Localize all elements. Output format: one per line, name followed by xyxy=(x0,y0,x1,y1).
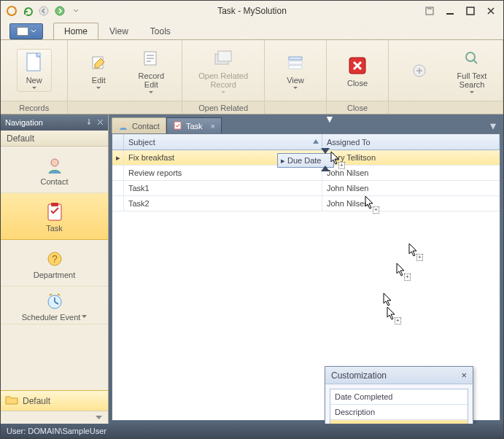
table-row[interactable]: ▸Fix breakfastMary Tellitson xyxy=(112,150,500,166)
document-new-icon xyxy=(23,51,46,74)
group-open-related: Open Related Record xyxy=(182,101,264,114)
svg-rect-11 xyxy=(289,57,302,60)
contact-icon xyxy=(43,154,66,177)
tab-view[interactable]: View xyxy=(98,23,139,39)
ribbon-minimize-icon[interactable] xyxy=(422,4,438,18)
tab-home[interactable]: Home xyxy=(53,23,98,39)
task-grid: Subject Assigned To ▸ Due Date ▸Fix brea… xyxy=(112,133,500,421)
ribbon: New Records Creation Edit Record Edit xyxy=(1,40,503,114)
record-edit-icon xyxy=(139,47,163,70)
svg-rect-5 xyxy=(467,7,474,15)
status-user: User: DOMAIN\SampleUser xyxy=(7,427,106,435)
navigation-header: Navigation xyxy=(1,114,108,131)
circle-plus-icon xyxy=(408,59,431,82)
folder-icon xyxy=(5,395,18,407)
clock-icon xyxy=(43,290,66,313)
cell-assigned[interactable]: John Nilsen xyxy=(322,196,500,211)
new-button[interactable]: New xyxy=(17,49,52,92)
table-row[interactable]: Review reportsJohn Nilsen xyxy=(112,166,500,181)
customization-popup: Customization × Date CompletedDescriptio… xyxy=(325,366,473,424)
edit-button[interactable]: Edit xyxy=(81,51,116,90)
table-row[interactable]: Task2John Nilsen xyxy=(112,196,500,211)
customization-close-button[interactable]: × xyxy=(461,370,467,381)
search-icon xyxy=(460,47,484,70)
svg-point-2 xyxy=(55,7,64,15)
row-indicator: ▸ xyxy=(112,150,124,165)
contact-small-icon xyxy=(118,120,128,132)
doc-tab-contact[interactable]: Contact xyxy=(112,117,166,133)
related-record-icon xyxy=(212,47,235,70)
row-indicator xyxy=(112,166,124,180)
pin-icon[interactable] xyxy=(85,118,93,127)
minimize-button[interactable] xyxy=(442,4,458,18)
svg-rect-13 xyxy=(289,66,302,69)
ribbon-expand-button[interactable] xyxy=(402,59,437,82)
document-tabs: Contact Task × ▼ ▾ xyxy=(112,117,500,133)
tab-tools[interactable]: Tools xyxy=(139,23,182,39)
nav-item-scheduler[interactable]: Scheduler Event xyxy=(1,287,108,325)
nav-item-department[interactable]: ? Department xyxy=(1,240,108,287)
customization-title: Customization xyxy=(331,370,387,381)
group-close: Close xyxy=(327,101,388,114)
task-small-icon xyxy=(173,120,182,131)
drop-indicator-icon: ▼ xyxy=(325,114,335,125)
navigation-panel: Navigation Default Contact Task ? xyxy=(1,114,109,424)
record-edit-button[interactable]: Record Edit xyxy=(133,47,168,94)
nav-item-contact[interactable]: Contact xyxy=(1,147,108,193)
svg-point-17 xyxy=(51,159,58,166)
svg-rect-4 xyxy=(446,13,454,15)
qat-forward-icon[interactable] xyxy=(53,4,66,18)
svg-rect-24 xyxy=(174,122,181,129)
row-indicator xyxy=(112,196,124,211)
qat-back-icon[interactable] xyxy=(37,4,50,18)
cell-assigned[interactable]: Mary Tellitson xyxy=(322,150,500,165)
window-title: Task - MySolution xyxy=(82,6,422,16)
titlebar: Task - MySolution xyxy=(1,1,503,21)
cell-subject[interactable]: Task2 xyxy=(124,196,322,211)
cell-subject[interactable]: Task1 xyxy=(124,181,322,195)
svg-point-1 xyxy=(39,7,48,15)
column-subject[interactable]: Subject xyxy=(124,134,322,149)
tab-close-icon[interactable]: × xyxy=(211,122,215,131)
column-drop-arrows xyxy=(320,147,330,173)
nav-close-icon[interactable] xyxy=(97,118,104,127)
table-row[interactable]: Task1John Nilsen xyxy=(112,181,500,196)
ribbon-tabstrip: Home View Tools xyxy=(1,21,503,40)
row-indicator xyxy=(112,181,124,195)
svg-rect-19 xyxy=(51,203,58,206)
close-record-button[interactable]: Close xyxy=(340,54,375,88)
close-button[interactable] xyxy=(483,4,499,18)
cell-assigned[interactable]: John Nilsen xyxy=(322,166,500,180)
task-icon xyxy=(43,201,66,224)
nav-group-default[interactable]: Default xyxy=(1,131,108,147)
edit-icon xyxy=(87,51,110,74)
department-icon: ? xyxy=(43,247,66,271)
chevron-down-icon xyxy=(82,315,87,319)
close-icon xyxy=(346,54,369,77)
full-text-search-button[interactable]: Full Text Search xyxy=(454,47,489,94)
open-related-record-button: Open Related Record xyxy=(198,47,248,94)
nav-expand-button[interactable] xyxy=(1,411,108,424)
view-icon xyxy=(284,51,307,74)
statusbar: User: DOMAIN\SampleUser xyxy=(1,424,503,438)
qat-settings-icon[interactable] xyxy=(5,4,18,18)
nav-item-task[interactable]: Task xyxy=(1,193,108,240)
cell-subject[interactable]: Review reports xyxy=(124,166,322,180)
customization-item[interactable]: Date Completed xyxy=(330,389,468,405)
group-records-creation: Records Creation xyxy=(1,101,67,114)
tab-overflow-button[interactable]: ▾ xyxy=(486,119,500,133)
qat-dropdown-icon[interactable] xyxy=(69,4,82,18)
qat-refresh-icon[interactable] xyxy=(21,4,34,18)
doc-tab-task[interactable]: Task × xyxy=(166,117,222,133)
cell-subject[interactable]: Fix breakfast xyxy=(124,150,322,165)
cell-assigned[interactable]: John Nilsen xyxy=(322,181,500,195)
column-assigned-to[interactable]: Assigned To xyxy=(322,134,500,149)
nav-bottom-default[interactable]: Default xyxy=(1,390,108,411)
customization-item[interactable]: ▸Due Date xyxy=(330,420,468,424)
app-button[interactable] xyxy=(9,23,43,39)
svg-rect-10 xyxy=(218,51,231,61)
view-button[interactable]: View xyxy=(278,51,313,90)
maximize-button[interactable] xyxy=(462,4,478,18)
customization-list: Date CompletedDescription▸Due DatePercen… xyxy=(330,389,468,424)
customization-item[interactable]: Description xyxy=(330,405,468,420)
